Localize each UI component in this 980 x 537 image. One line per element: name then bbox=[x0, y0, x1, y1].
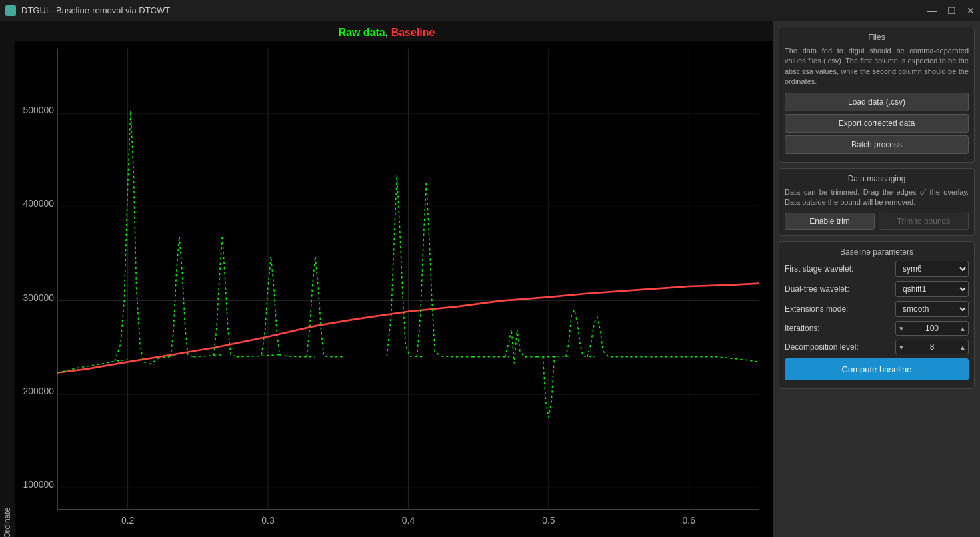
files-title: Files bbox=[785, 33, 969, 42]
minimize-button[interactable]: — bbox=[927, 5, 937, 16]
compute-baseline-button[interactable]: Compute baseline bbox=[785, 358, 969, 380]
svg-text:100000: 100000 bbox=[23, 479, 55, 490]
iterations-row: Iterations: ▼ 100 ▲ bbox=[785, 321, 969, 336]
files-description: The data fed to dtgui should be comma-se… bbox=[785, 46, 969, 87]
svg-text:400000: 400000 bbox=[23, 198, 55, 209]
chart-container: Ordinate 100000 200000 300000 400000 bbox=[0, 41, 773, 537]
chart-title-green: Raw data bbox=[339, 27, 385, 38]
app-icon bbox=[5, 5, 16, 16]
y-axis-label: Ordinate bbox=[0, 41, 15, 537]
iterations-down-arrow[interactable]: ▼ bbox=[896, 325, 907, 332]
chart-area: Raw data, Baseline Ordinate 100000 20000… bbox=[0, 21, 773, 537]
data-massaging-title: Data massaging bbox=[785, 174, 969, 183]
data-massaging-section: Data massaging Data can be trimmed. Drag… bbox=[779, 168, 975, 237]
first-stage-label: First stage wavelet: bbox=[785, 264, 893, 274]
dual-tree-select[interactable]: qshift1 qshift2 qshift3 bbox=[895, 281, 969, 297]
svg-text:0.6: 0.6 bbox=[683, 515, 696, 526]
load-data-button[interactable]: Load data (.csv) bbox=[785, 93, 969, 111]
batch-process-button[interactable]: Batch process bbox=[785, 135, 969, 154]
svg-text:0.3: 0.3 bbox=[261, 515, 275, 526]
extensions-select[interactable]: smooth periodization reflect bbox=[895, 301, 969, 317]
close-button[interactable]: ✕ bbox=[967, 5, 975, 16]
maximize-button[interactable]: ☐ bbox=[947, 5, 956, 16]
svg-text:0.5: 0.5 bbox=[542, 515, 555, 526]
svg-text:200000: 200000 bbox=[23, 386, 55, 396]
decomp-up-arrow[interactable]: ▲ bbox=[957, 344, 968, 351]
svg-text:500000: 500000 bbox=[23, 105, 55, 115]
chart-plot-area: 100000 200000 300000 400000 500000 bbox=[15, 41, 773, 537]
decomp-down-arrow[interactable]: ▼ bbox=[896, 344, 907, 351]
extensions-row: Extensions mode: smooth periodization re… bbox=[785, 301, 969, 317]
window-title: DTGUI - Baseline-removal via DTCWT bbox=[21, 5, 170, 15]
right-panel: Files The data fed to dtgui should be co… bbox=[773, 21, 980, 537]
svg-rect-0 bbox=[15, 41, 773, 537]
titlebar: DTGUI - Baseline-removal via DTCWT — ☐ ✕ bbox=[0, 0, 980, 21]
enable-trim-button[interactable]: Enable trim bbox=[785, 213, 875, 230]
baseline-params-title: Baseline parameters bbox=[785, 247, 969, 257]
extensions-label: Extensions mode: bbox=[785, 304, 893, 314]
main-content: Raw data, Baseline Ordinate 100000 20000… bbox=[0, 21, 980, 537]
trim-to-bounds-button[interactable]: Trim to bounds bbox=[879, 213, 969, 230]
first-stage-row: First stage wavelet: sym6 sym4 sym8 db4 … bbox=[785, 261, 969, 277]
dual-tree-row: Dual-tree wavelet: qshift1 qshift2 qshif… bbox=[785, 281, 969, 297]
svg-text:0.2: 0.2 bbox=[121, 515, 135, 526]
svg-text:0.4: 0.4 bbox=[402, 515, 415, 526]
trim-controls: Enable trim Trim to bounds bbox=[785, 213, 969, 230]
iterations-up-arrow[interactable]: ▲ bbox=[957, 325, 968, 332]
dual-tree-label: Dual-tree wavelet: bbox=[785, 284, 893, 294]
files-section: Files The data fed to dtgui should be co… bbox=[779, 27, 975, 163]
baseline-params-section: Baseline parameters First stage wavelet:… bbox=[779, 241, 975, 389]
export-corrected-button[interactable]: Export corrected data bbox=[785, 114, 969, 133]
chart-title-sep: , bbox=[385, 27, 391, 38]
data-massaging-description: Data can be trimmed. Drag the edges of t… bbox=[785, 187, 969, 208]
iterations-spinner[interactable]: ▼ 100 ▲ bbox=[895, 321, 969, 336]
titlebar-left: DTGUI - Baseline-removal via DTCWT bbox=[5, 5, 170, 16]
first-stage-select[interactable]: sym6 sym4 sym8 db4 db6 bbox=[895, 261, 969, 277]
decomp-spinner[interactable]: ▼ 8 ▲ bbox=[895, 340, 969, 354]
svg-text:300000: 300000 bbox=[23, 292, 55, 303]
decomp-level-label: Decomposition level: bbox=[785, 342, 893, 352]
iterations-value: 100 bbox=[907, 322, 957, 335]
decomp-value: 8 bbox=[907, 340, 957, 354]
titlebar-controls[interactable]: — ☐ ✕ bbox=[927, 5, 975, 16]
decomp-level-row: Decomposition level: ▼ 8 ▲ bbox=[785, 340, 969, 354]
iterations-label: Iterations: bbox=[785, 324, 893, 333]
chart-svg: 100000 200000 300000 400000 500000 bbox=[15, 41, 773, 537]
chart-title: Raw data, Baseline bbox=[0, 27, 773, 39]
chart-title-red: Baseline bbox=[391, 27, 435, 38]
